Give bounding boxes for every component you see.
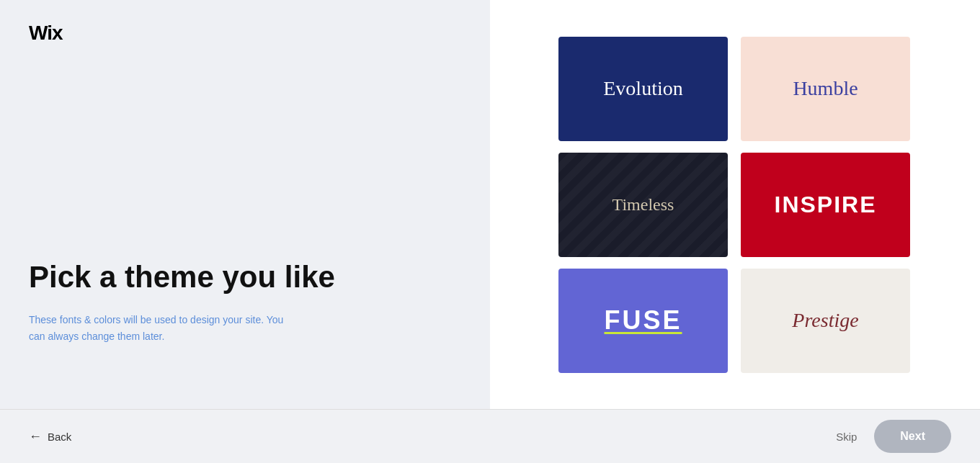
wix-logo: Wix — [29, 22, 461, 45]
skip-button[interactable]: Skip — [836, 431, 857, 443]
theme-label-timeless: Timeless — [612, 195, 674, 215]
theme-label-fuse: FUSE — [604, 305, 682, 336]
page-subtitle: These fonts & colors will be used to des… — [29, 312, 288, 344]
right-actions: Skip Next — [836, 420, 951, 453]
right-panel: Evolution Humble Timeless INSPIRE FUSE P… — [490, 0, 980, 409]
theme-card-timeless[interactable]: Timeless — [558, 153, 728, 257]
next-button[interactable]: Next — [874, 420, 951, 453]
theme-card-fuse[interactable]: FUSE — [558, 269, 728, 373]
theme-label-evolution: Evolution — [603, 77, 682, 100]
theme-label-inspire: INSPIRE — [774, 192, 876, 218]
bottom-bar: ← Back Skip Next — [0, 409, 980, 463]
theme-card-inspire[interactable]: INSPIRE — [741, 153, 910, 257]
theme-label-prestige: Prestige — [792, 309, 858, 332]
left-panel: Wix Pick a theme you like These fonts & … — [0, 0, 490, 409]
theme-label-humble: Humble — [793, 77, 858, 100]
theme-card-humble[interactable]: Humble — [741, 37, 910, 141]
back-label: Back — [48, 431, 71, 443]
theme-card-prestige[interactable]: Prestige — [741, 269, 910, 373]
back-button[interactable]: ← Back — [29, 429, 71, 444]
page-headline: Pick a theme you like — [29, 260, 461, 295]
back-arrow-icon: ← — [29, 429, 42, 444]
theme-grid: Evolution Humble Timeless INSPIRE FUSE P… — [558, 37, 912, 373]
theme-card-evolution[interactable]: Evolution — [558, 37, 728, 141]
